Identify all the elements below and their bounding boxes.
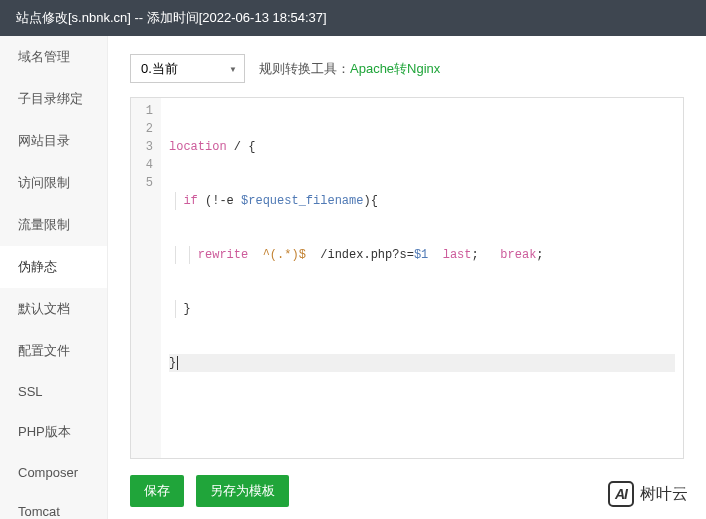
sidebar-item-subdir[interactable]: 子目录绑定 <box>0 78 107 120</box>
sidebar-item-webdir[interactable]: 网站目录 <box>0 120 107 162</box>
brand-name: 树叶云 <box>640 484 688 505</box>
code-line: location / { <box>169 138 675 156</box>
sidebar-item-tomcat[interactable]: Tomcat <box>0 492 107 519</box>
line-number: 5 <box>135 174 153 192</box>
editor-cursor <box>177 356 178 370</box>
line-number: 1 <box>135 102 153 120</box>
line-number: 3 <box>135 138 153 156</box>
code-editor[interactable]: 1 2 3 4 5 location / { if (!-e $request_… <box>130 97 684 459</box>
editor-code[interactable]: location / { if (!-e $request_filename){… <box>161 98 683 458</box>
save-as-template-button[interactable]: 另存为模板 <box>196 475 289 507</box>
code-line: } <box>169 354 675 372</box>
sidebar-item-domain[interactable]: 域名管理 <box>0 36 107 78</box>
sidebar-item-default-doc[interactable]: 默认文档 <box>0 288 107 330</box>
template-select-wrap: 0.当前 <box>130 54 245 83</box>
code-line: if (!-e $request_filename){ <box>169 192 675 210</box>
tool-label: 规则转换工具： <box>259 60 350 78</box>
template-select[interactable]: 0.当前 <box>130 54 245 83</box>
code-line: rewrite ^(.*)$ /index.php?s=$1 last; bre… <box>169 246 675 264</box>
sidebar-item-composer[interactable]: Composer <box>0 453 107 492</box>
window-title: 站点修改[s.nbnk.cn] -- 添加时间[2022-06-13 18:54… <box>16 10 327 25</box>
sidebar-item-ssl[interactable]: SSL <box>0 372 107 411</box>
main-panel: 0.当前 规则转换工具： Apache转Nginx 1 2 3 4 5 loca… <box>108 36 706 519</box>
sidebar-item-rewrite[interactable]: 伪静态 <box>0 246 107 288</box>
editor-gutter: 1 2 3 4 5 <box>131 98 161 458</box>
sidebar-item-access-limit[interactable]: 访问限制 <box>0 162 107 204</box>
sidebar-item-php[interactable]: PHP版本 <box>0 411 107 453</box>
window-header: 站点修改[s.nbnk.cn] -- 添加时间[2022-06-13 18:54… <box>0 0 706 36</box>
footer-buttons: 保存 另存为模板 <box>130 459 684 519</box>
topbar: 0.当前 规则转换工具： Apache转Nginx <box>130 54 684 83</box>
code-line: } <box>169 300 675 318</box>
sidebar-item-config[interactable]: 配置文件 <box>0 330 107 372</box>
line-number: 4 <box>135 156 153 174</box>
brand-logo-icon: AI <box>608 481 634 507</box>
branding: AI 树叶云 <box>608 481 688 507</box>
main-container: 域名管理 子目录绑定 网站目录 访问限制 流量限制 伪静态 默认文档 配置文件 … <box>0 36 706 519</box>
sidebar-item-traffic-limit[interactable]: 流量限制 <box>0 204 107 246</box>
save-button[interactable]: 保存 <box>130 475 184 507</box>
apache-to-nginx-link[interactable]: Apache转Nginx <box>350 60 440 78</box>
sidebar: 域名管理 子目录绑定 网站目录 访问限制 流量限制 伪静态 默认文档 配置文件 … <box>0 36 108 519</box>
line-number: 2 <box>135 120 153 138</box>
